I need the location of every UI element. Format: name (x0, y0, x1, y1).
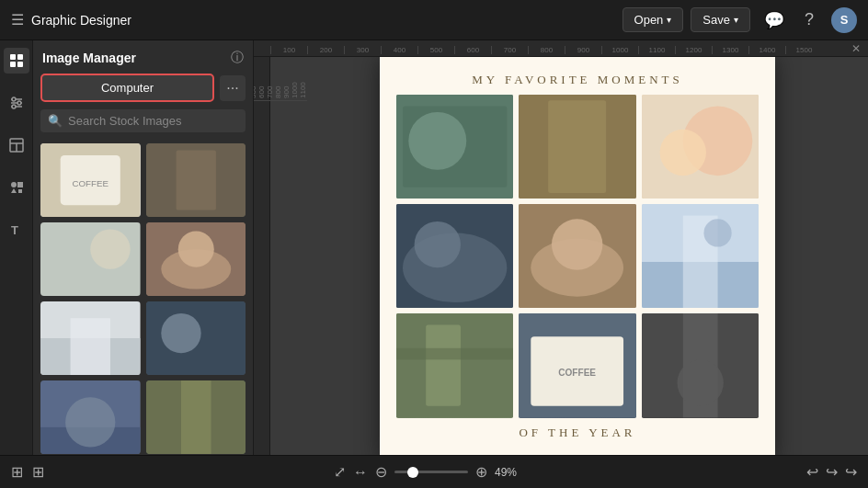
grid-icon[interactable]: ⊞ (32, 463, 44, 481)
ruler-tick: 1200 (675, 46, 712, 54)
ruler-tick: 700 (491, 46, 528, 54)
photo-cell[interactable]: COFFEE (519, 313, 635, 417)
sidebar-item-filters[interactable] (4, 90, 29, 116)
fit-screen-icon[interactable]: ⤢ (334, 463, 346, 481)
bottom-right-actions: ↩ ↪ ↪ (806, 463, 857, 481)
svg-point-7 (12, 97, 16, 101)
svg-point-67 (677, 360, 723, 406)
svg-text:T: T (11, 223, 18, 237)
undo-icon[interactable]: ↩ (806, 463, 818, 481)
zoom-controls: ⤢ ↔ ⊖ ⊕ 49% (334, 463, 517, 481)
topbar-center: Open ▾ Save ▾ (622, 7, 750, 32)
redo-icon[interactable]: ↪ (845, 463, 857, 481)
svg-rect-45 (549, 100, 607, 193)
svg-rect-0 (10, 54, 16, 60)
chat-icon[interactable]: 💬 (761, 7, 787, 33)
svg-point-48 (659, 129, 705, 175)
bottom-left-tools: ⊞ ⊞ (11, 463, 44, 481)
topbar-left: ☰ Graphic Designer (11, 11, 611, 28)
menu-icon[interactable]: ☰ (11, 11, 24, 28)
ruler-tick: 600 (454, 46, 491, 54)
photo-cell[interactable] (396, 95, 513, 199)
list-item[interactable] (146, 380, 246, 454)
ruler-tick: 1300 (712, 46, 748, 54)
design-canvas[interactable]: MY FAVORITE MOMENTS (380, 57, 775, 455)
topbar: ☰ Graphic Designer Open ▾ Save ▾ 💬 ? S (0, 0, 868, 40)
sidebar-item-elements[interactable] (4, 175, 29, 200)
app-title: Graphic Designer (31, 13, 131, 28)
svg-rect-1 (17, 54, 23, 60)
ruler-tick: 1400 (748, 46, 785, 54)
svg-point-43 (408, 111, 466, 169)
svg-point-32 (161, 313, 200, 353)
info-icon[interactable]: ⓘ (231, 50, 244, 66)
panel-header: Image Manager ⓘ (33, 40, 253, 74)
panel-title: Image Manager (42, 51, 136, 65)
svg-point-35 (65, 397, 115, 447)
svg-marker-16 (18, 189, 22, 193)
list-item[interactable] (146, 143, 246, 217)
canvas-container: MY FAVORITE MOMENTS (270, 57, 868, 455)
ruler-tick: 200 (307, 46, 344, 54)
topbar-right: 💬 ? S (761, 7, 857, 33)
svg-point-58 (703, 219, 731, 246)
list-item[interactable] (40, 380, 141, 454)
list-item[interactable] (146, 301, 246, 375)
canvas-area: 100 200 300 400 500 600 700 800 900 1000… (254, 40, 868, 455)
svg-rect-3 (17, 62, 23, 67)
zoom-in-icon[interactable]: ⊕ (475, 463, 487, 481)
more-options-button[interactable]: ··· (220, 75, 246, 101)
redo-icon[interactable]: ↪ (826, 463, 838, 481)
photo-cell[interactable] (642, 95, 759, 199)
canvas-subtitle: OF THE YEAR (519, 426, 635, 440)
photo-cell[interactable] (642, 204, 759, 308)
svg-point-9 (12, 105, 16, 108)
save-button[interactable]: Save ▾ (691, 7, 750, 32)
photo-cell[interactable] (396, 204, 513, 308)
ruler-tick: 400 (381, 46, 417, 54)
svg-text:COFFEE: COFFEE (72, 178, 108, 188)
svg-rect-61 (396, 348, 513, 360)
close-panel-button[interactable]: ✕ (851, 40, 861, 57)
svg-point-8 (17, 101, 21, 105)
list-item[interactable] (40, 301, 141, 375)
image-grid: COFFEE (33, 140, 253, 455)
fit-width-icon[interactable]: ↔ (353, 464, 368, 481)
svg-text:COFFEE: COFFEE (559, 368, 597, 378)
bottom-bar: ⊞ ⊞ ⤢ ↔ ⊖ ⊕ 49% ↩ ↪ ↪ (0, 455, 868, 488)
svg-point-13 (11, 182, 17, 187)
open-button[interactable]: Open ▾ (622, 7, 684, 32)
zoom-slider[interactable] (394, 471, 468, 473)
help-icon[interactable]: ? (796, 7, 822, 33)
chevron-down-icon: ▾ (734, 15, 738, 25)
zoom-out-icon[interactable]: ⊖ (375, 463, 387, 481)
layers-icon[interactable]: ⊞ (11, 463, 23, 481)
svg-rect-2 (10, 62, 16, 67)
svg-rect-60 (426, 325, 461, 406)
svg-rect-37 (180, 380, 211, 454)
sidebar-item-text[interactable]: T (4, 217, 29, 243)
photo-cell[interactable] (519, 95, 635, 199)
panel-tabs: Computer ··· (33, 74, 253, 109)
svg-marker-15 (11, 188, 17, 193)
svg-point-24 (90, 229, 130, 268)
svg-rect-14 (17, 182, 23, 187)
chevron-down-icon: ▾ (667, 15, 671, 25)
avatar[interactable]: S (831, 7, 857, 33)
ruler-tick: 900 (565, 46, 601, 54)
svg-rect-22 (176, 150, 215, 210)
ruler-ticks: 100 200 300 400 500 600 700 800 900 1000… (270, 40, 822, 56)
list-item[interactable] (40, 222, 141, 296)
ruler-tick: 1500 (785, 46, 822, 54)
photo-cell[interactable] (396, 313, 513, 417)
ruler-vertical: 100 200 300 400 500 600 700 800 900 1000… (254, 57, 270, 455)
photo-cell[interactable] (519, 204, 635, 308)
list-item[interactable] (146, 222, 246, 296)
list-item[interactable]: COFFEE (40, 143, 141, 217)
tab-computer[interactable]: Computer (40, 74, 214, 102)
sidebar-item-layout[interactable] (4, 132, 29, 158)
svg-point-51 (415, 221, 461, 267)
photo-cell[interactable] (642, 313, 759, 417)
search-input[interactable] (68, 114, 238, 128)
sidebar-item-images[interactable] (4, 48, 29, 74)
